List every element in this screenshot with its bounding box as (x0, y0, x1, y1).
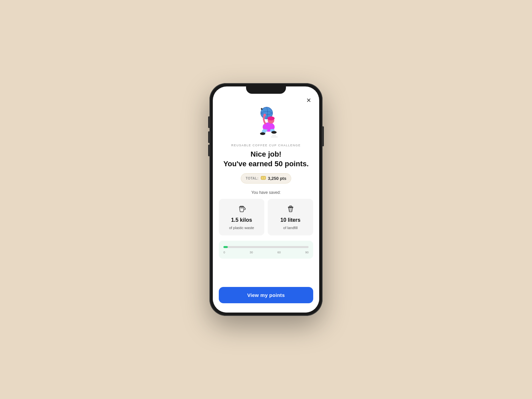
screen-content: ✦ (213, 86, 319, 287)
progress-ticks: 0 30 60 90 (223, 251, 309, 254)
total-badge: TOTAL: 3,250 pts (241, 173, 291, 184)
cup-icon (237, 204, 246, 215)
total-label: TOTAL: (246, 177, 259, 180)
plastic-amount: 1.5 kilos (231, 217, 252, 223)
saved-label: You have saved: (251, 190, 281, 195)
bottom-area: View my points (213, 287, 319, 313)
headline: Nice job! You've earned 50 points. (223, 150, 309, 169)
landfill-amount: 10 liters (280, 217, 300, 223)
phone-notch (246, 86, 286, 94)
tick-60: 60 (277, 251, 281, 254)
view-my-points-button[interactable]: View my points (219, 287, 313, 303)
svg-text:✦: ✦ (260, 107, 263, 111)
challenge-label: REUSABLE COFFEE CUP CHALLENGE (231, 144, 301, 147)
svg-point-7 (263, 114, 266, 116)
progress-bar-container (223, 246, 309, 248)
points-value: 3,250 pts (268, 176, 287, 181)
tick-0: 0 (223, 251, 225, 254)
tick-30: 30 (250, 251, 253, 254)
svg-point-5 (260, 132, 265, 135)
progress-section: 0 30 60 90 (219, 241, 313, 259)
illustration: ✦ (246, 103, 286, 140)
svg-rect-16 (290, 206, 292, 207)
svg-point-4 (267, 116, 275, 120)
trash-icon (286, 204, 295, 215)
savings-row: 1.5 kilos of plastic waste (219, 199, 313, 235)
svg-point-6 (271, 131, 277, 134)
landfill-card: 10 liters of landfill (268, 199, 313, 235)
plastic-waste-card: 1.5 kilos of plastic waste (219, 199, 264, 235)
landfill-unit: of landfill (283, 225, 298, 230)
progress-bar-fill (223, 246, 228, 248)
phone-frame: ✕ ✦ (209, 83, 323, 316)
close-button[interactable]: ✕ (304, 96, 313, 105)
tick-90: 90 (305, 251, 309, 254)
plastic-unit: of plastic waste (229, 225, 254, 230)
coin-icon (261, 175, 266, 182)
phone-screen: ✕ ✦ (213, 86, 319, 313)
